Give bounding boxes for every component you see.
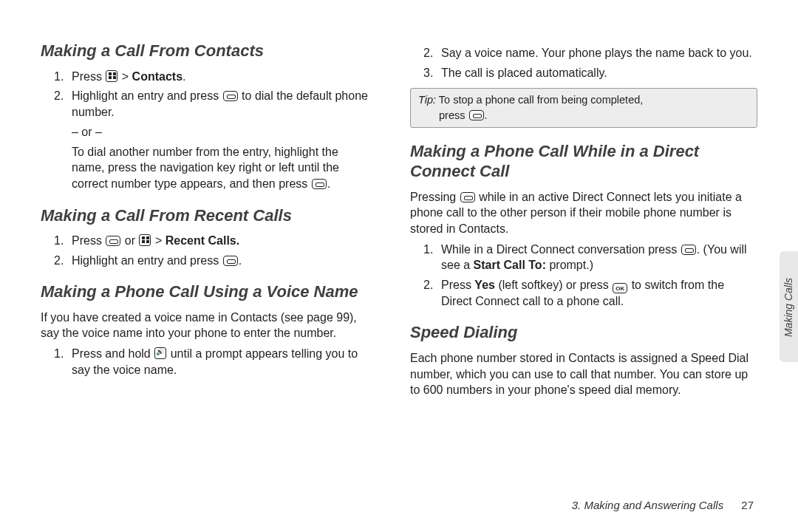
talk-key-icon [460,192,475,202]
list-item: 2. Highlight an entry and press . [41,253,373,269]
menu-key-icon [139,234,151,246]
menu-key-icon [106,70,117,82]
text: To dial another number from the entry, h… [72,146,339,190]
chapter-label: 3. Making and Answering Calls [572,499,723,511]
bold-text: Yes [474,279,495,291]
heading-direct-connect: Making a Phone Call While in a Direct Co… [410,141,757,182]
list-contacts: 1. Press > Contacts. 2. Highlight an ent… [41,69,373,120]
or-divider: – or – [41,124,373,140]
text: . [485,109,488,121]
heading-voice-name: Making a Phone Call Using a Voice Name [41,282,373,302]
list-voice: 1. Press and hold until a prompt appears… [41,346,373,378]
text: . [239,254,242,267]
heading-speed-dial: Speed Dialing [410,322,757,343]
text: Highlight an entry and press [72,254,222,267]
text: (left softkey) or press [495,279,612,291]
tip-label: Tip: [418,94,436,106]
list-item: 3.The call is placed automatically. [410,65,757,81]
text: > [118,70,132,83]
heading-recent-calls: Making a Call From Recent Calls [41,205,373,226]
text: Press [72,234,105,247]
text: Press [441,279,474,291]
speed-dial-body: Each phone number stored in Contacts is … [410,350,757,398]
list-recent: 1. Press or > Recent Calls. 2. Highlight… [41,233,373,268]
list-item: 1. Press and hold until a prompt appears… [41,346,373,378]
speaker-key-icon [154,347,166,359]
list-item: 1. Press or > Recent Calls. [41,233,373,249]
heading-contacts: Making a Call From Contacts [41,41,373,61]
manual-page: Making a Call From Contacts 1. Press > C… [0,0,798,425]
text: . [183,70,185,83]
bold-text: Contacts [132,70,183,83]
bold-text: Recent Calls. [166,234,239,247]
text: Press and hold [72,347,154,360]
end-key-icon [469,110,484,120]
text: To stop a phone call from being complete… [436,94,643,106]
text: Press [72,70,105,83]
voice-intro: If you have created a voice name in Cont… [41,310,373,341]
bold-text: Start Call To: [474,259,546,271]
text: Highlight an entry and press [72,89,222,102]
talk-key-icon [223,91,238,101]
side-tab-label: Making Calls [782,278,794,337]
page-number: 27 [741,499,754,511]
left-column: Making a Call From Contacts 1. Press > C… [41,41,373,403]
talk-key-icon [106,236,120,246]
text: or [121,234,138,247]
side-tab: Making Calls [780,251,798,362]
text: prompt.) [546,259,593,271]
talk-key-icon [681,245,696,255]
text: While in a Direct Connect conversation p… [441,243,681,256]
alt-instruction: To dial another number from the entry, h… [41,144,373,192]
list-item: 1. Press > Contacts. [41,69,373,85]
talk-key-icon [312,179,327,189]
list-voice-cont: 2.Say a voice name. Your phone plays the… [410,45,757,81]
list-item: 2. Highlight an entry and press to dial … [41,88,373,120]
text: The call is placed automatically. [441,66,607,79]
text: Say a voice name. Your phone plays the n… [441,47,752,59]
page-footer: 3. Making and Answering Calls 27 [572,499,754,511]
text: Pressing [410,191,460,203]
text: . [327,177,330,190]
talk-key-icon [223,256,238,266]
text: > [151,234,165,247]
right-column: 2.Say a voice name. Your phone plays the… [410,41,757,403]
ok-key-icon: OK [613,283,627,293]
tip-box: Tip: To stop a phone call from being com… [410,88,757,128]
dc-intro: Pressing while in an active Direct Conne… [410,189,757,237]
list-dc: 1. While in a Direct Connect conversatio… [410,242,757,310]
text: press [439,109,468,121]
list-item: 1. While in a Direct Connect conversatio… [410,242,757,273]
list-item: 2.Say a voice name. Your phone plays the… [410,45,757,61]
list-item: 2. Press Yes (left softkey) or press OK … [410,277,757,310]
